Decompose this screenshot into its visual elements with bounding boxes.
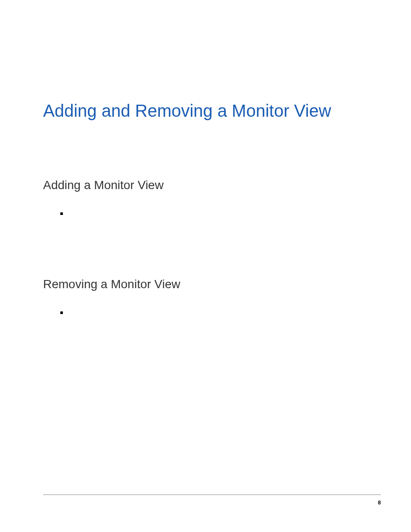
section-adding: Adding a Monitor View <box>43 178 368 217</box>
document-page: Adding and Removing a Monitor View Addin… <box>0 0 411 532</box>
section-heading-removing: Removing a Monitor View <box>43 277 368 291</box>
section-removing: Removing a Monitor View <box>43 277 368 316</box>
page-footer: 8 <box>43 495 381 506</box>
section-heading-adding: Adding a Monitor View <box>43 178 368 192</box>
bullet-icon <box>60 311 63 314</box>
bullet-item <box>60 308 368 316</box>
page-number: 8 <box>378 500 381 506</box>
bullet-item <box>60 209 368 217</box>
bullet-icon <box>60 212 63 215</box>
page-title: Adding and Removing a Monitor View <box>43 99 368 122</box>
